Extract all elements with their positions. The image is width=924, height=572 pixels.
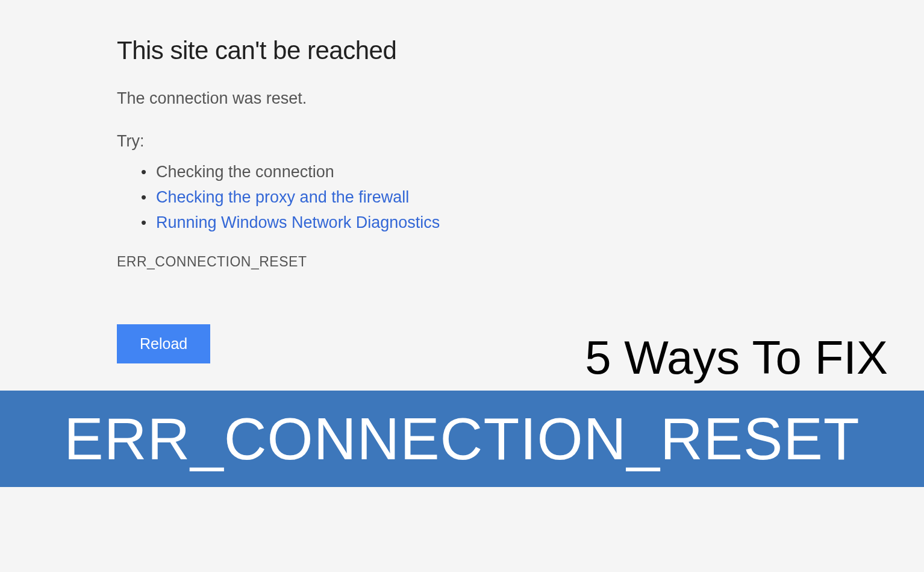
suggestion-link[interactable]: Checking the proxy and the firewall <box>156 188 409 206</box>
suggestion-text: Checking the connection <box>156 163 334 181</box>
error-heading: This site can't be reached <box>117 36 659 65</box>
error-subtext: The connection was reset. <box>117 89 659 108</box>
error-code: ERR_CONNECTION_RESET <box>117 254 659 270</box>
suggestions-list: Checking the connection Checking the pro… <box>141 160 659 236</box>
suggestion-check-connection: Checking the connection <box>141 160 659 185</box>
banner-text: ERR_CONNECTION_RESET <box>64 405 860 473</box>
try-label: Try: <box>117 132 659 151</box>
reload-button[interactable]: Reload <box>117 324 210 363</box>
error-page-container: This site can't be reached The connectio… <box>117 36 659 363</box>
suggestion-network-diagnostics[interactable]: Running Windows Network Diagnostics <box>141 210 659 236</box>
overlay-banner: ERR_CONNECTION_RESET <box>0 391 924 487</box>
overlay-title: 5 Ways To FIX <box>585 330 888 385</box>
suggestion-proxy-firewall[interactable]: Checking the proxy and the firewall <box>141 185 659 210</box>
suggestion-link[interactable]: Running Windows Network Diagnostics <box>156 213 440 231</box>
